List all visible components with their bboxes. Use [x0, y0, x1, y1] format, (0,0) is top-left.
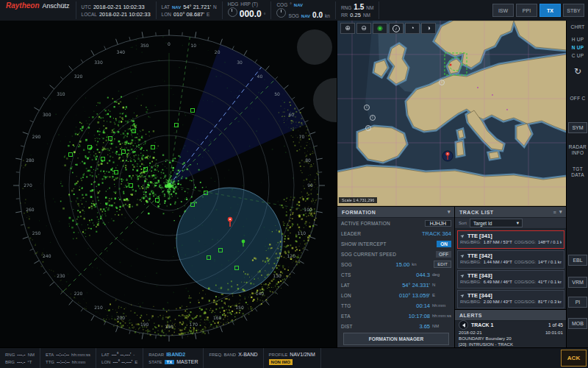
formation-field-label: DIST	[341, 324, 419, 329]
mode-button[interactable]: TX	[539, 4, 561, 17]
formation-field-value[interactable]: TRACK 364	[422, 230, 451, 237]
track-cogsog-value: 14°T / 0.1 kn	[538, 260, 562, 264]
footer-radar-value[interactable]: IBAND2	[166, 352, 185, 357]
formation-field-row: LAT 54° 24.331' N	[337, 280, 455, 290]
track-rngbrg-label: RNG/BRG:	[460, 240, 481, 244]
cog-unit: °	[290, 2, 292, 7]
alert-boundary: BOUNDARY Boundary 20	[459, 336, 512, 341]
chart-toolbar-button[interactable]: ◔	[405, 23, 420, 34]
rng-unit: NM	[366, 5, 373, 10]
position-block: LAT NAV 54° 21.721' N LON 010° 08.687' E	[157, 1, 223, 19]
footer-radar-label: RADAR	[148, 353, 164, 357]
alert-pager[interactable]: 1 of 45	[548, 322, 563, 328]
cog-source-badge: NAV	[294, 3, 303, 7]
track-name: TTE [343]	[467, 272, 492, 279]
track-list-item[interactable]: ➤ TTE [343] RNG/BRG: 6.49 NM / 46°T COG/…	[457, 270, 564, 289]
track-list-title: TRACK LIST	[459, 210, 494, 215]
collapse-icon[interactable]: ▾	[448, 209, 451, 215]
eta-ttg-readout: ETA --:--:-- hh:mm:ss TTG --:--:-- hh:mm	[40, 348, 96, 368]
mode-button[interactable]: STBY	[563, 4, 584, 17]
alerts-title: ALERTS	[459, 313, 482, 318]
formation-field-value[interactable]: 00:14	[416, 302, 430, 309]
freq-band-readout: FREQ. BAND X-BAND	[204, 348, 263, 368]
off-center-button[interactable]: OFF C	[567, 96, 588, 101]
formation-field-value[interactable]: 044.3	[416, 272, 430, 278]
chart-map-display[interactable]	[337, 21, 567, 206]
formation-field-unit: deg	[432, 272, 451, 277]
ship-icon: ➤	[459, 272, 465, 278]
radar-ppi-panel	[0, 21, 337, 347]
hdg-value: 000.0	[240, 9, 262, 19]
formation-field-label: LEADER	[341, 231, 422, 236]
parallel-index-button[interactable]: PI	[568, 297, 587, 308]
formation-field-value[interactable]: 15.00	[396, 261, 410, 268]
radar-ppi-display[interactable]	[0, 21, 337, 347]
track-list-item[interactable]: ➤ TTE [342] RNG/BRG: 1.44 NM / 49°T COG/…	[457, 250, 564, 269]
chart-toolbar-button[interactable]: ⊕	[340, 23, 355, 34]
formation-field-value[interactable]: HJHJH	[425, 220, 451, 227]
chart-toolbar-button[interactable]: ◉	[373, 23, 387, 34]
footer-freq-value: X-BAND	[238, 352, 257, 357]
mob-button[interactable]: MOB	[568, 318, 587, 329]
formation-field-row: SOG 15.00 kn EDIT	[337, 259, 455, 269]
rng-label: RNG	[341, 5, 351, 10]
formation-field-value[interactable]: ON	[437, 241, 451, 247]
formation-field-row: TTG 00:14 hh:mm	[337, 300, 455, 311]
sort-dropdown[interactable]: Target Id ▾	[470, 219, 523, 227]
track-list-item[interactable]: ➤ TTE [344] RNG/BRG: 2.00 NM / 43°T COG/…	[457, 290, 564, 308]
track-name: TTE [341]	[467, 233, 492, 239]
formation-field-value[interactable]: 010° 13.059'	[399, 292, 430, 299]
ack-button[interactable]: ACK	[561, 350, 587, 367]
footer-rng-label: RNG	[5, 353, 15, 357]
alert-entry[interactable]: TRACK 1 1 of 45	[455, 321, 567, 329]
formation-field-row: SOG CURRENT SPEED OFF	[337, 249, 455, 259]
ebl-button[interactable]: EBL	[568, 255, 587, 266]
chart-toolbar-button[interactable]: ◑	[421, 23, 436, 34]
radar-info-button[interactable]: RADAR INFO	[567, 144, 588, 156]
footer-ttg-unit: hh:mm	[72, 360, 85, 364]
track-rngbrg-value: 1.87 NM / 53°T	[484, 240, 512, 244]
alert-sound-icon[interactable]	[459, 320, 468, 330]
chart-toolbar-glyph: ◑	[426, 25, 430, 32]
target-data-button[interactable]: TGT DATA	[567, 166, 588, 178]
track-cogsog-label: COG/SOG:	[514, 280, 536, 284]
utc-time: 2018-02-21 10:02:33	[93, 4, 145, 10]
footer-lat-value: ---° --.---'	[112, 352, 132, 357]
edit-button[interactable]: EDIT	[434, 261, 451, 268]
cog-label: COG	[276, 2, 287, 7]
mode-button[interactable]: ISW	[492, 4, 514, 17]
formation-field-value[interactable]: 54° 24.331'	[402, 282, 430, 289]
filter-icon[interactable]: ≡	[553, 210, 556, 215]
footer-profile-value[interactable]: NAV1/2NM	[290, 352, 315, 357]
mode-button[interactable]: PPI	[516, 4, 537, 17]
speed-block: COG ° NAV SOG NAV 0.0 kn	[271, 1, 335, 19]
alerts-panel: ALERTS TRACK 1 1 of 45 2018-02-21 10:01:…	[454, 309, 567, 348]
reset-orientation-icon[interactable]: ↻	[567, 66, 588, 77]
north-up-button[interactable]: N UP	[567, 45, 588, 50]
collapse-icon[interactable]: ▾	[559, 209, 562, 215]
chart-toggle-button[interactable]: CHRT	[567, 24, 588, 29]
formation-field-unit: N	[432, 283, 451, 287]
track-rngbrg-value: 6.49 NM / 46°T	[484, 280, 512, 284]
head-up-button[interactable]: H UP	[567, 37, 588, 42]
track-cogsog-value: 41°T / 0.1 kn	[538, 280, 562, 284]
mode-button-label: PPI	[523, 8, 531, 13]
footer-ttg-value: --:--:--	[57, 359, 70, 364]
formation-field-value[interactable]: 3.65	[419, 323, 430, 330]
speed-gauge-icon	[276, 8, 286, 18]
symbols-button[interactable]: SYM	[568, 122, 587, 133]
formation-field-label: LAT	[341, 283, 402, 288]
sog-source-badge: NAV	[301, 14, 310, 18]
chart-toolbar-button[interactable]: ⊖	[356, 23, 371, 34]
formation-field-label: SOG	[341, 262, 396, 267]
track-entries: ➤ TTE [341] RNG/BRG: 1.87 NM / 53°T COG/…	[455, 230, 567, 310]
brand-logo: Raytheon Anschütz	[0, 1, 76, 19]
formation-manager-button[interactable]: FORMATION MANAGER	[343, 333, 449, 345]
track-list-item[interactable]: ➤ TTE [341] RNG/BRG: 1.87 NM / 53°T COG/…	[457, 230, 564, 249]
radar-state-readout: RADAR IBAND2 STATE TX MASTER	[143, 348, 204, 368]
chart-toolbar-button[interactable]: i	[389, 23, 404, 34]
formation-field-value[interactable]: OFF	[436, 251, 451, 258]
formation-field-value[interactable]: 10:17:08	[409, 313, 430, 319]
course-up-button[interactable]: C UP	[567, 53, 588, 58]
vrm-button[interactable]: VRM	[568, 277, 587, 288]
